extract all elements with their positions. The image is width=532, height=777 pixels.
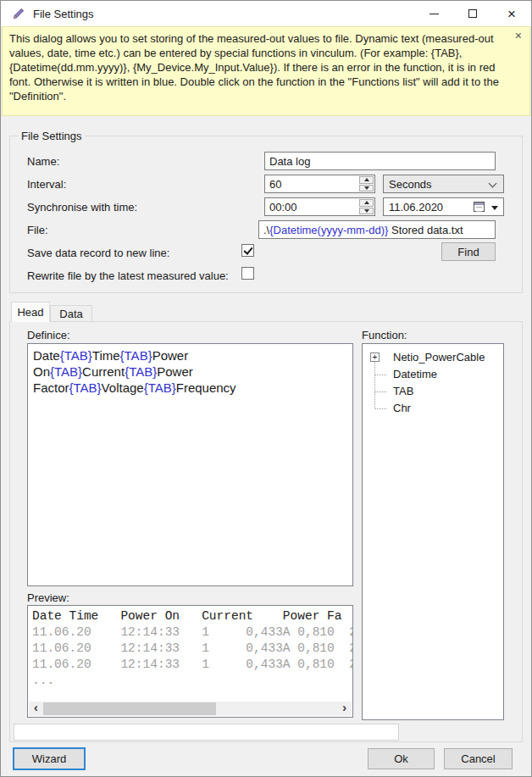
window-title: File Settings [33,8,94,20]
interval-unit-value: Seconds [389,178,432,191]
rewrite-label: Rewrite file by the latest measured valu… [27,269,229,282]
definition-label: Definice: [27,329,70,341]
up-arrow-icon [364,201,369,204]
function-text-segment: {TAB} [144,380,176,395]
function-text-segment: {TAB} [60,348,92,363]
sync-time-down-button[interactable] [359,208,374,215]
wizard-button[interactable]: Wizard [13,747,86,770]
tree-branch-line [375,391,386,392]
scrollbar-thumb[interactable] [43,702,216,715]
tree-item-chr[interactable]: Chr [363,400,503,417]
interval-stepper[interactable]: 60 [264,175,375,193]
close-button[interactable]: × [492,1,531,26]
interval-down-button[interactable] [359,185,374,192]
head-tab-page: Definice: Date{TAB}Time{TAB}Power On{TAB… [9,321,523,742]
empty-text-field[interactable] [14,724,399,741]
tree-branch-line [375,408,386,409]
name-label: Name: [27,155,59,168]
minimize-button[interactable] [414,1,453,26]
function-text-segment: {Datetime(yyyy-mm-dd)} [269,224,388,236]
tree-item-tab[interactable]: TAB [363,383,503,400]
tree-item-label: Datetime [393,368,437,380]
sync-time-value[interactable]: 00:00 [265,198,359,215]
function-text-segment: {TAB} [50,364,82,379]
preview-box[interactable]: Date Time Power On Current Power Fa11.06… [27,605,353,718]
preview-line: 11.06.20 12:14:33 1 0,433A 0,810 2 [28,641,352,657]
interval-value[interactable]: 60 [265,175,359,192]
file-label: File: [27,224,48,236]
function-tree[interactable]: +Netio_PowerCableDatetimeTABChr [362,343,504,720]
cancel-button[interactable]: Cancel [444,748,513,769]
preview-horizontal-scrollbar[interactable]: ‹ › [29,702,352,716]
maximize-button[interactable] [453,1,492,26]
tab-data[interactable]: Data [50,305,92,322]
rewrite-checkbox[interactable] [241,267,254,280]
preview-line: 11.06.20 12:14:33 1 0,433A 0,810 2 [28,657,352,673]
close-icon: × [507,7,516,21]
name-value: Data log [269,155,310,168]
plain-text-segment: Frequency [176,380,236,395]
tree-item-label: TAB [393,385,413,397]
sync-time-stepper[interactable]: 00:00 [264,197,375,216]
definition-textarea[interactable]: Date{TAB}Time{TAB}Power On{TAB}Current{T… [27,343,353,586]
scroll-left-icon[interactable]: ‹ [29,702,43,716]
file-settings-dialog: File Settings × This dialog allows you t… [0,0,532,777]
sync-label: Synchronise with time: [27,201,137,214]
title-bar[interactable]: File Settings × [1,1,531,26]
plain-text-segment: Current [82,364,125,379]
maximize-icon [468,9,477,18]
file-settings-group: File Settings Name: Data log Interval: 6… [9,136,523,293]
tree-item-label: Netio_PowerCable [393,351,485,364]
date-dropdown-icon[interactable] [491,206,498,210]
minimize-icon [429,14,439,14]
function-text-segment: {TAB} [69,380,102,395]
banner-close-icon[interactable]: × [515,29,522,42]
group-legend: File Settings [18,130,86,142]
chevron-down-icon [489,180,497,188]
pencil-icon [12,7,25,20]
interval-label: Interval: [27,178,66,191]
preview-line: ... [28,673,352,689]
file-input[interactable]: .\{Datetime(yyyy-mm-dd)} Stored data.txt [258,220,496,239]
sync-date-picker[interactable]: 11.06.2020 [383,197,504,216]
down-arrow-icon [364,209,369,213]
tree-item-label: Chr [393,402,411,414]
plain-text-segment: Voltage [102,380,144,395]
preview-line: Date Time Power On Current Power Fa [28,606,352,624]
preview-label: Preview: [27,591,69,604]
info-banner-text: This dialog allows you to set storing of… [9,31,506,103]
plain-text-segment: Date [33,348,60,363]
info-banner: This dialog allows you to set storing of… [2,26,530,116]
sync-time-up-button[interactable] [359,199,374,207]
name-input[interactable]: Data log [264,152,496,170]
sync-date-value: 11.06.2020 [389,201,443,214]
up-arrow-icon [364,178,369,181]
expand-plus-icon[interactable]: + [370,352,380,362]
calendar-icon [474,202,485,212]
preview-line: 11.06.20 12:14:33 1 0,433A 0,810 2 [28,624,352,641]
plain-text-segment: Stored data.txt [388,224,463,236]
plain-text-segment: Time [92,348,120,363]
interval-up-button[interactable] [359,176,374,184]
scroll-right-icon[interactable]: › [337,702,352,716]
ok-button[interactable]: Ok [368,748,435,769]
function-label: Function: [362,329,407,341]
interval-unit-select[interactable]: Seconds [383,175,504,193]
save-newline-checkbox[interactable] [241,244,254,257]
down-arrow-icon [364,186,369,190]
tree-item-netio_powercable[interactable]: +Netio_PowerCable [363,349,503,366]
tab-head[interactable]: Head [11,302,50,322]
function-text-segment: {TAB} [120,348,152,363]
save-newline-label: Save data record to new line: [27,247,169,259]
tree-item-datetime[interactable]: Datetime [363,366,503,383]
find-button[interactable]: Find [441,242,496,261]
function-text-segment: {TAB} [125,364,157,379]
tree-branch-line [375,375,386,375]
